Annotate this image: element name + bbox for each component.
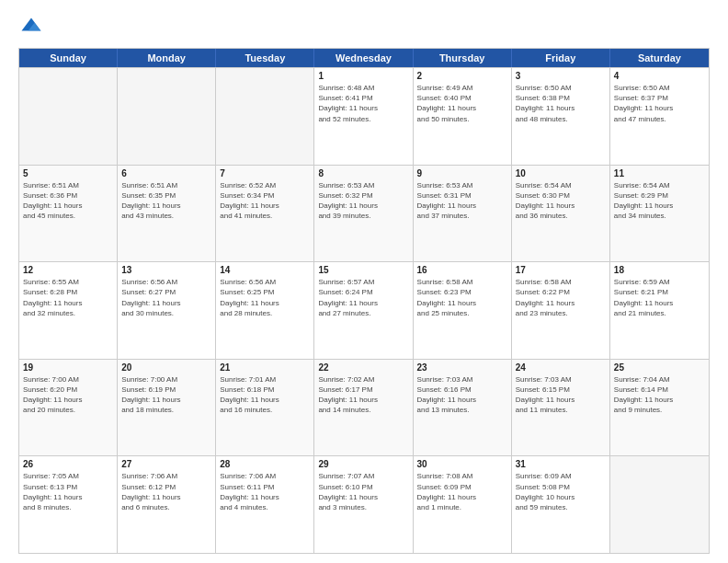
day-info: Sunrise: 6:50 AM Sunset: 6:38 PM Dayligh… (516, 83, 606, 124)
day-info: Sunrise: 6:59 AM Sunset: 6:21 PM Dayligh… (614, 277, 705, 318)
day-number: 1 (318, 71, 408, 81)
day-number: 24 (516, 362, 606, 373)
day-number: 13 (121, 265, 211, 275)
day-number: 14 (220, 265, 310, 275)
calendar-day-cell: 15Sunrise: 6:57 AM Sunset: 6:24 PM Dayli… (314, 262, 413, 359)
weekday-header-friday: Friday (512, 49, 610, 67)
day-info: Sunrise: 6:48 AM Sunset: 6:41 PM Dayligh… (318, 83, 408, 124)
day-number: 20 (121, 362, 211, 373)
empty-cell (19, 68, 118, 165)
header (18, 15, 710, 40)
day-info: Sunrise: 6:50 AM Sunset: 6:37 PM Dayligh… (614, 83, 705, 124)
day-info: Sunrise: 6:55 AM Sunset: 6:28 PM Dayligh… (23, 277, 113, 318)
page: SundayMondayTuesdayWednesdayThursdayFrid… (0, 0, 728, 563)
calendar-day-cell: 9Sunrise: 6:53 AM Sunset: 6:31 PM Daylig… (414, 166, 512, 262)
calendar-day-cell: 2Sunrise: 6:49 AM Sunset: 6:40 PM Daylig… (414, 68, 512, 165)
weekday-header-wednesday: Wednesday (314, 49, 413, 67)
calendar-row: 5Sunrise: 6:51 AM Sunset: 6:36 PM Daylig… (19, 165, 709, 262)
calendar-day-cell: 13Sunrise: 6:56 AM Sunset: 6:27 PM Dayli… (118, 262, 216, 359)
day-number: 5 (23, 168, 113, 178)
day-number: 7 (220, 168, 310, 178)
calendar-day-cell: 14Sunrise: 6:56 AM Sunset: 6:25 PM Dayli… (216, 262, 314, 359)
day-number: 17 (516, 265, 606, 275)
calendar-body: 1Sunrise: 6:48 AM Sunset: 6:41 PM Daylig… (19, 67, 709, 553)
calendar-day-cell: 7Sunrise: 6:52 AM Sunset: 6:34 PM Daylig… (216, 166, 314, 262)
day-info: Sunrise: 6:51 AM Sunset: 6:36 PM Dayligh… (23, 180, 113, 222)
calendar-day-cell: 12Sunrise: 6:55 AM Sunset: 6:28 PM Dayli… (19, 262, 118, 359)
day-info: Sunrise: 6:58 AM Sunset: 6:22 PM Dayligh… (516, 277, 606, 318)
logo (18, 15, 46, 40)
day-info: Sunrise: 7:01 AM Sunset: 6:18 PM Dayligh… (220, 374, 310, 416)
calendar-day-cell: 20Sunrise: 7:00 AM Sunset: 6:19 PM Dayli… (118, 360, 216, 456)
logo-icon (18, 15, 44, 40)
calendar-row: 12Sunrise: 6:55 AM Sunset: 6:28 PM Dayli… (19, 261, 709, 359)
calendar-day-cell: 28Sunrise: 7:06 AM Sunset: 6:11 PM Dayli… (216, 456, 314, 553)
day-number: 9 (417, 168, 507, 178)
calendar-day-cell: 6Sunrise: 6:51 AM Sunset: 6:35 PM Daylig… (118, 166, 216, 262)
day-info: Sunrise: 6:54 AM Sunset: 6:29 PM Dayligh… (614, 180, 705, 222)
calendar-day-cell: 27Sunrise: 7:06 AM Sunset: 6:12 PM Dayli… (118, 456, 216, 553)
day-info: Sunrise: 6:53 AM Sunset: 6:31 PM Dayligh… (417, 180, 507, 222)
day-number: 16 (417, 265, 507, 275)
calendar-day-cell: 23Sunrise: 7:03 AM Sunset: 6:16 PM Dayli… (414, 360, 512, 456)
calendar-day-cell: 10Sunrise: 6:54 AM Sunset: 6:30 PM Dayli… (512, 166, 610, 262)
empty-cell (610, 456, 709, 553)
day-info: Sunrise: 6:49 AM Sunset: 6:40 PM Dayligh… (417, 83, 507, 124)
calendar-day-cell: 31Sunrise: 6:09 AM Sunset: 5:08 PM Dayli… (512, 456, 610, 553)
day-info: Sunrise: 6:52 AM Sunset: 6:34 PM Dayligh… (220, 180, 310, 222)
calendar-day-cell: 1Sunrise: 6:48 AM Sunset: 6:41 PM Daylig… (314, 68, 413, 165)
weekday-header-sunday: Sunday (19, 49, 118, 67)
day-info: Sunrise: 7:08 AM Sunset: 6:09 PM Dayligh… (417, 471, 507, 512)
calendar-day-cell: 21Sunrise: 7:01 AM Sunset: 6:18 PM Dayli… (216, 360, 314, 456)
weekday-header-monday: Monday (118, 49, 216, 67)
day-info: Sunrise: 6:51 AM Sunset: 6:35 PM Dayligh… (121, 180, 211, 222)
day-info: Sunrise: 7:06 AM Sunset: 6:11 PM Dayligh… (220, 471, 310, 512)
calendar-day-cell: 8Sunrise: 6:53 AM Sunset: 6:32 PM Daylig… (314, 166, 413, 262)
day-number: 22 (318, 362, 408, 373)
day-number: 18 (614, 265, 705, 275)
calendar: SundayMondayTuesdayWednesdayThursdayFrid… (18, 48, 710, 554)
calendar-row: 26Sunrise: 7:05 AM Sunset: 6:13 PM Dayli… (19, 455, 709, 553)
calendar-row: 1Sunrise: 6:48 AM Sunset: 6:41 PM Daylig… (19, 67, 709, 165)
day-number: 11 (614, 168, 705, 178)
day-number: 23 (417, 362, 507, 373)
day-number: 2 (417, 71, 507, 81)
calendar-day-cell: 29Sunrise: 7:07 AM Sunset: 6:10 PM Dayli… (314, 456, 413, 553)
empty-cell (216, 68, 314, 165)
weekday-header-saturday: Saturday (610, 49, 709, 67)
day-number: 4 (614, 71, 705, 81)
calendar-day-cell: 25Sunrise: 7:04 AM Sunset: 6:14 PM Dayli… (610, 360, 709, 456)
calendar-day-cell: 18Sunrise: 6:59 AM Sunset: 6:21 PM Dayli… (610, 262, 709, 359)
day-info: Sunrise: 7:00 AM Sunset: 6:20 PM Dayligh… (23, 374, 113, 416)
day-number: 26 (23, 459, 113, 469)
calendar-day-cell: 11Sunrise: 6:54 AM Sunset: 6:29 PM Dayli… (610, 166, 709, 262)
day-info: Sunrise: 7:02 AM Sunset: 6:17 PM Dayligh… (318, 374, 408, 416)
day-info: Sunrise: 7:04 AM Sunset: 6:14 PM Dayligh… (614, 374, 705, 416)
day-info: Sunrise: 6:56 AM Sunset: 6:27 PM Dayligh… (121, 277, 211, 318)
day-number: 8 (318, 168, 408, 178)
day-info: Sunrise: 7:06 AM Sunset: 6:12 PM Dayligh… (121, 471, 211, 512)
day-info: Sunrise: 6:57 AM Sunset: 6:24 PM Dayligh… (318, 277, 408, 318)
calendar-day-cell: 22Sunrise: 7:02 AM Sunset: 6:17 PM Dayli… (314, 360, 413, 456)
day-number: 27 (121, 459, 211, 469)
day-info: Sunrise: 7:03 AM Sunset: 6:15 PM Dayligh… (516, 374, 606, 416)
calendar-day-cell: 4Sunrise: 6:50 AM Sunset: 6:37 PM Daylig… (610, 68, 709, 165)
calendar-day-cell: 3Sunrise: 6:50 AM Sunset: 6:38 PM Daylig… (512, 68, 610, 165)
day-info: Sunrise: 6:53 AM Sunset: 6:32 PM Dayligh… (318, 180, 408, 222)
calendar-day-cell: 19Sunrise: 7:00 AM Sunset: 6:20 PM Dayli… (19, 360, 118, 456)
day-number: 30 (417, 459, 507, 469)
day-number: 31 (516, 459, 606, 469)
day-number: 15 (318, 265, 408, 275)
day-number: 10 (516, 168, 606, 178)
day-info: Sunrise: 7:00 AM Sunset: 6:19 PM Dayligh… (121, 374, 211, 416)
day-number: 29 (318, 459, 408, 469)
day-number: 21 (220, 362, 310, 373)
day-number: 3 (516, 71, 606, 81)
weekday-header-tuesday: Tuesday (216, 49, 314, 67)
day-number: 28 (220, 459, 310, 469)
day-number: 25 (614, 362, 705, 373)
day-info: Sunrise: 7:03 AM Sunset: 6:16 PM Dayligh… (417, 374, 507, 416)
weekday-header-thursday: Thursday (414, 49, 512, 67)
calendar-day-cell: 16Sunrise: 6:58 AM Sunset: 6:23 PM Dayli… (414, 262, 512, 359)
day-info: Sunrise: 7:07 AM Sunset: 6:10 PM Dayligh… (318, 471, 408, 512)
